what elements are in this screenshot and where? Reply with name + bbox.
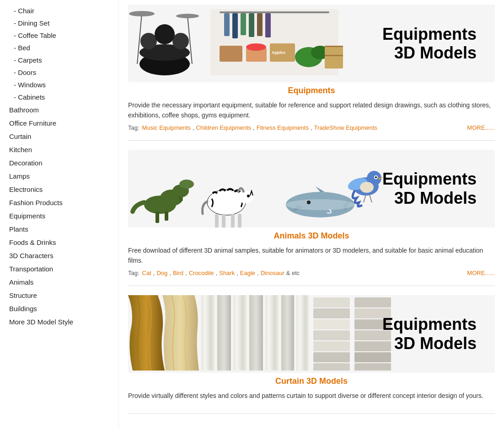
svg-text:Apples: Apples xyxy=(272,50,285,55)
tag-shark[interactable]: Shark xyxy=(219,270,235,276)
tag-separator: , xyxy=(216,270,218,276)
svg-point-4 xyxy=(155,24,175,44)
svg-rect-40 xyxy=(238,214,241,228)
category-link-animals[interactable]: Animals 3D Models xyxy=(128,231,495,241)
svg-rect-70 xyxy=(313,330,350,340)
svg-rect-69 xyxy=(313,319,350,329)
sidebar-item-transportation[interactable]: Transportation xyxy=(9,262,118,275)
svg-rect-37 xyxy=(215,214,219,228)
svg-rect-12 xyxy=(232,13,238,38)
svg-rect-16 xyxy=(265,13,271,37)
svg-rect-67 xyxy=(313,297,350,307)
svg-rect-66 xyxy=(296,295,309,371)
svg-rect-73 xyxy=(313,363,350,371)
category-title-overlay-animals: Equipments3D Models xyxy=(382,169,486,207)
sidebar-item-curtain[interactable]: Curtain xyxy=(9,130,118,143)
more-link-animals[interactable]: MORE...... xyxy=(467,270,495,276)
svg-point-8 xyxy=(176,14,199,18)
svg-point-49 xyxy=(286,199,354,210)
tag-cat[interactable]: Cat xyxy=(142,270,151,276)
category-link-equipments[interactable]: Equipments xyxy=(128,86,495,95)
tag-separator: , xyxy=(257,270,259,276)
sidebar-item-buildings[interactable]: Buildings xyxy=(9,302,118,315)
tag-label-equipments: Tag: xyxy=(128,124,139,131)
svg-point-3 xyxy=(172,33,189,49)
svg-rect-32 xyxy=(165,212,168,221)
sidebar-item-bed[interactable]: - Bed xyxy=(9,42,118,54)
category-title-overlay-equipments: Equipments3D Models xyxy=(382,25,486,63)
sidebar-item-3d-characters[interactable]: 3D Characters xyxy=(9,249,118,262)
svg-rect-24 xyxy=(325,46,343,69)
tag-separator: , xyxy=(193,124,194,131)
more-link-equipments[interactable]: MORE...... xyxy=(467,124,495,131)
svg-rect-10 xyxy=(220,11,329,13)
tags-row-equipments: Tag: Music Equipments , Children Equipme… xyxy=(128,124,495,131)
tag-fitness-equipments[interactable]: Fitness Equipments xyxy=(257,124,309,131)
svg-rect-64 xyxy=(265,295,279,371)
tag-suffix: & etc xyxy=(286,270,300,276)
category-title-overlay-curtain: Equipments3D Models xyxy=(382,315,486,353)
category-description-equipments: Provide the necessary important equipmen… xyxy=(128,100,495,121)
sidebar-item-more-3d[interactable]: More 3D Model Style xyxy=(9,315,118,328)
main-content: Apples Equipments3D ModelsEquipmentsProv… xyxy=(119,0,504,429)
sidebar-item-equipments[interactable]: Equipments xyxy=(9,209,118,222)
tag-separator: , xyxy=(253,124,255,131)
svg-rect-15 xyxy=(257,13,263,36)
category-block-animals: Equipments3D ModelsAnimals 3D ModelsFree… xyxy=(128,150,495,286)
sidebar-item-decoration[interactable]: Decoration xyxy=(9,156,118,169)
svg-point-57 xyxy=(360,182,374,193)
sidebar-item-lamps[interactable]: Lamps xyxy=(9,169,118,183)
sidebar-item-structure[interactable]: Structure xyxy=(9,289,118,302)
tag-music-equipments[interactable]: Music Equipments xyxy=(142,124,191,131)
svg-rect-39 xyxy=(231,214,235,228)
svg-point-36 xyxy=(247,195,250,197)
tag-dinosaur[interactable]: Dinosaur xyxy=(261,270,284,276)
tag-eagle[interactable]: Eagle xyxy=(240,270,255,276)
category-image-curtain: Equipments3D Models xyxy=(128,295,495,373)
svg-rect-13 xyxy=(241,13,246,35)
sidebar-item-coffee-table[interactable]: - Coffee Table xyxy=(9,29,118,42)
sidebar-item-plants[interactable]: Plants xyxy=(9,222,118,236)
svg-rect-38 xyxy=(222,214,225,228)
category-description-animals: Free download of different 3D animal sam… xyxy=(128,245,495,266)
svg-line-58 xyxy=(364,195,366,202)
tag-children-equipments[interactable]: Children Equipments xyxy=(196,124,251,131)
category-image-equipments: Apples Equipments3D Models xyxy=(128,5,495,82)
tag-separator: , xyxy=(185,270,187,276)
svg-point-30 xyxy=(179,180,194,189)
svg-rect-60 xyxy=(201,295,215,371)
sidebar-item-electronics[interactable]: Electronics xyxy=(9,183,118,196)
svg-point-19 xyxy=(246,43,266,51)
sidebar-item-carpets[interactable]: - Carpets xyxy=(9,54,118,66)
sidebar-item-office-furniture[interactable]: Office Furniture xyxy=(9,117,118,130)
svg-rect-65 xyxy=(281,295,294,371)
category-link-curtain[interactable]: Curtain 3D Models xyxy=(128,376,495,386)
tag-dog[interactable]: Dog xyxy=(156,270,167,276)
tags-row-animals: Tag: Cat , Dog , Bird , Crocodile , Shar… xyxy=(128,270,495,276)
svg-point-2 xyxy=(140,33,157,49)
tag-tradeshow-equipments[interactable]: TradeShow Equipments xyxy=(314,124,377,131)
sidebar-item-fashion-products[interactable]: Fashion Products xyxy=(9,196,118,209)
svg-rect-31 xyxy=(155,212,159,223)
tag-label-animals: Tag: xyxy=(128,270,139,276)
svg-rect-62 xyxy=(233,295,247,371)
sidebar-item-bathroom[interactable]: Bathroom xyxy=(9,103,118,117)
svg-point-56 xyxy=(375,176,377,178)
tag-crocodile[interactable]: Crocodile xyxy=(189,270,214,276)
svg-rect-63 xyxy=(249,295,263,371)
sidebar-item-foods-drinks[interactable]: Foods & Drinks xyxy=(9,236,118,249)
sidebar-item-windows[interactable]: - Windows xyxy=(9,79,118,91)
sidebar-item-chair[interactable]: - Chair xyxy=(9,5,118,17)
sidebar-item-doors[interactable]: - Doors xyxy=(9,66,118,79)
category-block-equipments: Apples Equipments3D ModelsEquipmentsProv… xyxy=(128,5,495,141)
sidebar-item-animals[interactable]: Animals xyxy=(9,275,118,289)
sidebar-item-dining-set[interactable]: - Dining Set xyxy=(9,17,118,29)
sidebar-item-cabinets[interactable]: - Cabinets xyxy=(9,91,118,103)
sidebar-item-kitchen[interactable]: Kitchen xyxy=(9,143,118,156)
svg-rect-61 xyxy=(217,295,231,371)
tag-bird[interactable]: Bird xyxy=(173,270,183,276)
tag-separator: , xyxy=(169,270,171,276)
category-description-curtain: Provide virtually different styles and c… xyxy=(128,391,495,401)
svg-point-6 xyxy=(129,11,155,16)
svg-rect-68 xyxy=(313,308,350,318)
